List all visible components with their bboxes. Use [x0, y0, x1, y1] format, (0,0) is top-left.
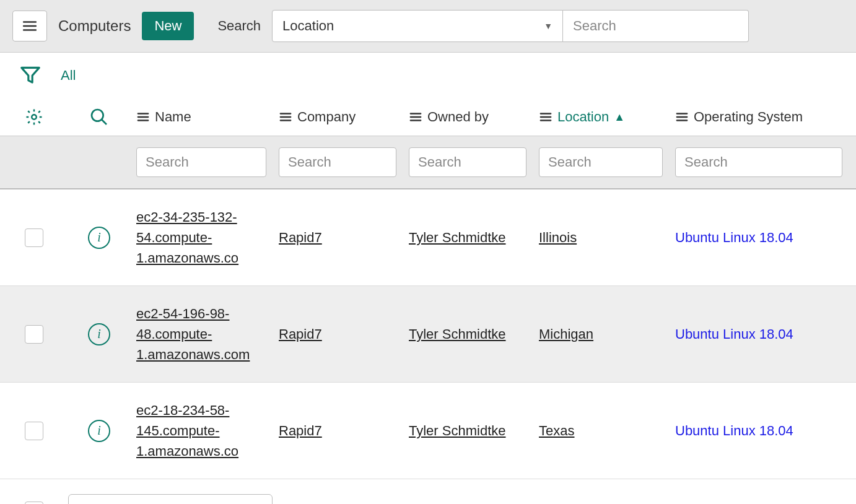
computer-name-link[interactable]: ec2-54-196-98-48.compute-1.amazonaws.com	[136, 303, 266, 365]
global-search-input[interactable]	[563, 10, 749, 42]
column-header-owned-by[interactable]: Owned by	[403, 100, 533, 134]
owner-link[interactable]: Tyler Schmidtke	[409, 326, 506, 342]
company-link[interactable]: Rapid7	[279, 326, 322, 342]
owner-link[interactable]: Tyler Schmidtke	[409, 230, 506, 245]
row-checkbox[interactable]	[25, 422, 43, 440]
info-icon[interactable]: i	[88, 420, 110, 442]
os-link[interactable]: Ubuntu Linux 18.04	[675, 423, 793, 438]
funnel-icon[interactable]	[19, 64, 42, 87]
info-icon[interactable]: i	[88, 323, 110, 345]
owner-link[interactable]: Tyler Schmidtke	[409, 423, 506, 438]
table-row: iec2-34-235-132-54.compute-1.amazonaws.c…	[0, 189, 856, 286]
column-header-company[interactable]: Company	[273, 100, 403, 134]
column-header-name[interactable]: Name	[130, 100, 273, 134]
search-label: Search	[217, 18, 261, 34]
column-search-company[interactable]	[279, 147, 396, 177]
new-button[interactable]: New	[142, 12, 194, 40]
svg-point-1	[92, 110, 103, 121]
main-menu-button[interactable]	[12, 11, 47, 41]
search-icon[interactable]	[89, 107, 109, 127]
info-icon[interactable]: i	[88, 227, 110, 249]
column-menu-icon	[279, 110, 292, 124]
column-header-location[interactable]: Location ▲	[533, 100, 669, 134]
column-menu-icon	[539, 110, 552, 124]
column-search-owned[interactable]	[409, 147, 526, 177]
os-link[interactable]: Ubuntu Linux 18.04	[675, 326, 793, 342]
page-title: Computers	[58, 17, 131, 35]
search-filter-select[interactable]: Location ▼	[272, 10, 563, 42]
svg-point-0	[32, 115, 37, 119]
breadcrumb-all[interactable]: All	[61, 67, 76, 84]
column-search-location[interactable]	[539, 147, 663, 177]
row-checkbox[interactable]	[25, 325, 43, 344]
hamburger-icon	[22, 18, 38, 34]
os-link[interactable]: Ubuntu Linux 18.04	[675, 230, 793, 245]
select-all-checkbox[interactable]	[25, 502, 43, 504]
location-link[interactable]: Michigan	[539, 326, 593, 342]
column-header-os[interactable]: Operating System	[669, 100, 849, 134]
column-menu-icon	[675, 110, 689, 124]
row-checkbox[interactable]	[25, 228, 43, 247]
company-link[interactable]: Rapid7	[279, 423, 322, 438]
search-filter-value: Location	[282, 18, 334, 34]
computer-name-link[interactable]: ec2-34-235-132-54.compute-1.amazonaws.co	[136, 207, 266, 268]
location-link[interactable]: Texas	[539, 423, 574, 438]
sort-ascending-icon: ▲	[614, 111, 625, 124]
company-link[interactable]: Rapid7	[279, 230, 322, 245]
location-link[interactable]: Illinois	[539, 230, 577, 245]
computer-name-link[interactable]: ec2-18-234-58-145.compute-1.amazonaws.co	[136, 400, 266, 461]
table-row: iec2-18-234-58-145.compute-1.amazonaws.c…	[0, 383, 856, 479]
table-row: iec2-54-196-98-48.compute-1.amazonaws.co…	[0, 286, 856, 383]
column-menu-icon	[409, 110, 422, 124]
column-menu-icon	[136, 110, 150, 124]
column-search-name[interactable]	[136, 147, 266, 177]
gear-icon[interactable]	[25, 108, 43, 126]
actions-select[interactable]: Actions on selected rows... ▲▼	[68, 494, 273, 504]
chevron-down-icon: ▼	[544, 21, 552, 31]
column-search-os[interactable]	[675, 147, 842, 177]
